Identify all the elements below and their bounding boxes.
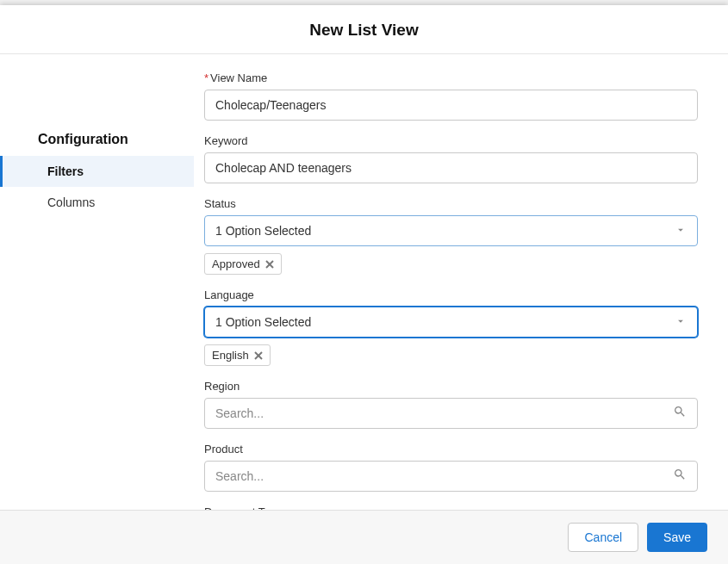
language-chips: English: [204, 344, 698, 366]
sidebar-item-label: Columns: [47, 195, 95, 209]
modal-body: Configuration Filters Columns *View Name…: [0, 54, 728, 510]
region-label: Region: [204, 380, 698, 393]
language-chip-english: English: [204, 344, 271, 366]
view-name-label-text: View Name: [210, 71, 267, 84]
search-icon: [673, 468, 687, 485]
close-icon[interactable]: [265, 260, 274, 269]
status-chips: Approved: [204, 253, 698, 275]
region-search[interactable]: [204, 398, 698, 429]
product-search[interactable]: [204, 461, 698, 492]
chip-label: English: [212, 349, 249, 362]
modal-title: New List View: [0, 21, 728, 40]
product-label: Product: [204, 443, 698, 456]
view-name-input[interactable]: [204, 90, 698, 121]
status-selected-text: 1 Option Selected: [215, 224, 311, 238]
modal-footer: Cancel Save: [0, 510, 728, 564]
cancel-button-label: Cancel: [584, 530, 622, 544]
language-label: Language: [204, 288, 698, 301]
cancel-button[interactable]: Cancel: [568, 523, 638, 552]
sidebar-item-filters[interactable]: Filters: [0, 156, 194, 187]
view-name-group: *View Name: [204, 71, 698, 121]
status-chip-approved: Approved: [204, 253, 282, 275]
region-input[interactable]: [215, 406, 673, 420]
save-button[interactable]: Save: [647, 523, 707, 552]
keyword-group: Keyword: [204, 134, 698, 183]
sidebar-title: Configuration: [0, 132, 194, 156]
chevron-down-icon: [675, 315, 687, 330]
status-label: Status: [204, 197, 698, 210]
sidebar: Configuration Filters Columns: [0, 54, 194, 510]
new-list-view-modal: New List View Configuration Filters Colu…: [0, 5, 728, 564]
status-group: Status 1 Option Selected Approved: [204, 197, 698, 275]
region-group: Region: [204, 380, 698, 429]
keyword-label: Keyword: [204, 134, 698, 147]
language-selected-text: 1 Option Selected: [215, 315, 311, 329]
chevron-down-icon: [675, 224, 687, 239]
language-group: Language 1 Option Selected English: [204, 288, 698, 366]
keyword-input[interactable]: [204, 152, 698, 183]
save-button-label: Save: [663, 530, 691, 544]
search-icon: [673, 405, 687, 422]
close-icon[interactable]: [254, 351, 263, 360]
required-indicator: *: [204, 71, 208, 84]
product-group: Product: [204, 443, 698, 492]
language-select[interactable]: 1 Option Selected: [204, 307, 698, 338]
status-select[interactable]: 1 Option Selected: [204, 215, 698, 246]
view-name-label: *View Name: [204, 71, 698, 84]
sidebar-item-columns[interactable]: Columns: [0, 187, 194, 218]
chip-label: Approved: [212, 257, 260, 270]
sidebar-item-label: Filters: [47, 164, 84, 178]
modal-header: New List View: [0, 5, 728, 54]
form-area: *View Name Keyword Status 1 Option Selec…: [194, 54, 728, 510]
product-input[interactable]: [215, 469, 673, 483]
